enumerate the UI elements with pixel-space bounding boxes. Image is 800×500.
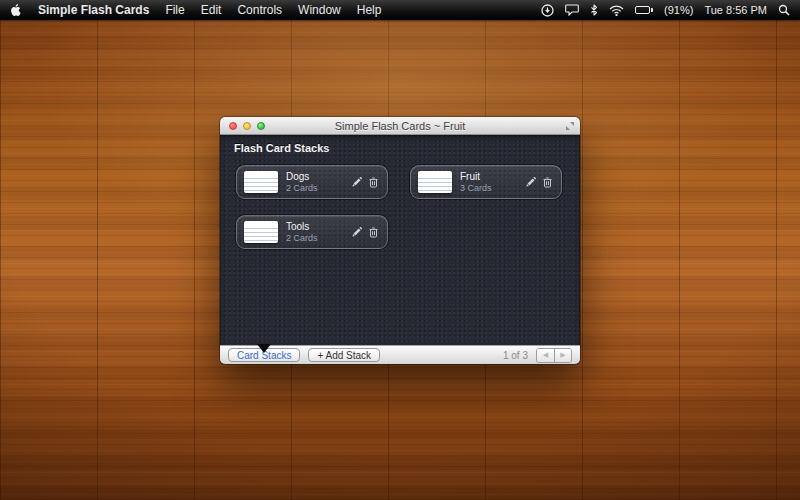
battery-icon[interactable] xyxy=(635,6,653,14)
apple-menu-icon[interactable] xyxy=(10,3,22,17)
menu-file[interactable]: File xyxy=(165,3,184,17)
edit-icon[interactable] xyxy=(526,177,536,187)
add-stack-button[interactable]: + Add Stack xyxy=(308,348,380,362)
desktop-wallpaper: Simple Flash Cards File Edit Controls Wi… xyxy=(0,0,800,500)
fullscreen-icon[interactable] xyxy=(566,122,574,130)
card-thumbnail xyxy=(418,171,452,193)
edit-icon[interactable] xyxy=(352,227,362,237)
page-indicator: 1 of 3 xyxy=(503,350,528,361)
window-title: Simple Flash Cards ~ Fruit xyxy=(220,120,580,132)
stack-item-tools[interactable]: Tools 2 Cards xyxy=(236,215,388,249)
popover-arrow xyxy=(257,344,271,353)
menu-bar: Simple Flash Cards File Edit Controls Wi… xyxy=(0,0,800,20)
edit-icon[interactable] xyxy=(352,177,362,187)
wifi-icon[interactable] xyxy=(609,5,624,16)
delete-icon[interactable] xyxy=(369,177,378,188)
menu-edit[interactable]: Edit xyxy=(201,3,222,17)
app-menu-title[interactable]: Simple Flash Cards xyxy=(38,3,149,17)
stack-name: Dogs xyxy=(286,171,318,183)
menu-help[interactable]: Help xyxy=(357,3,382,17)
app-window: Simple Flash Cards ~ Fruit Flash Card St… xyxy=(220,117,580,364)
card-thumbnail xyxy=(244,221,278,243)
pager-control: ◀ ▶ xyxy=(536,348,572,363)
card-thumbnail xyxy=(244,171,278,193)
sync-icon[interactable] xyxy=(541,4,554,17)
stack-count: 2 Cards xyxy=(286,183,318,194)
delete-icon[interactable] xyxy=(543,177,552,188)
menu-window[interactable]: Window xyxy=(298,3,341,17)
panel-heading: Flash Card Stacks xyxy=(234,142,329,154)
menu-clock[interactable]: Tue 8:56 PM xyxy=(704,4,767,16)
next-page-button[interactable]: ▶ xyxy=(554,349,571,362)
stack-count: 2 Cards xyxy=(286,233,318,244)
stack-name: Tools xyxy=(286,221,318,233)
delete-icon[interactable] xyxy=(369,227,378,238)
spotlight-icon[interactable] xyxy=(778,4,790,16)
previous-page-button[interactable]: ◀ xyxy=(537,349,554,362)
stack-item-fruit[interactable]: Fruit 3 Cards xyxy=(410,165,562,199)
bluetooth-icon[interactable] xyxy=(590,4,598,16)
stack-count: 3 Cards xyxy=(460,183,492,194)
stack-item-dogs[interactable]: Dogs 2 Cards xyxy=(236,165,388,199)
stacks-panel: Flash Card Stacks Dogs 2 Cards xyxy=(220,135,580,345)
window-titlebar[interactable]: Simple Flash Cards ~ Fruit xyxy=(220,117,580,135)
battery-percentage[interactable]: (91%) xyxy=(664,4,693,16)
bottom-toolbar: Card Stacks + Add Stack 1 of 3 ◀ ▶ xyxy=(220,345,580,364)
stack-name: Fruit xyxy=(460,171,492,183)
chat-icon[interactable] xyxy=(565,4,579,16)
menu-controls[interactable]: Controls xyxy=(237,3,282,17)
